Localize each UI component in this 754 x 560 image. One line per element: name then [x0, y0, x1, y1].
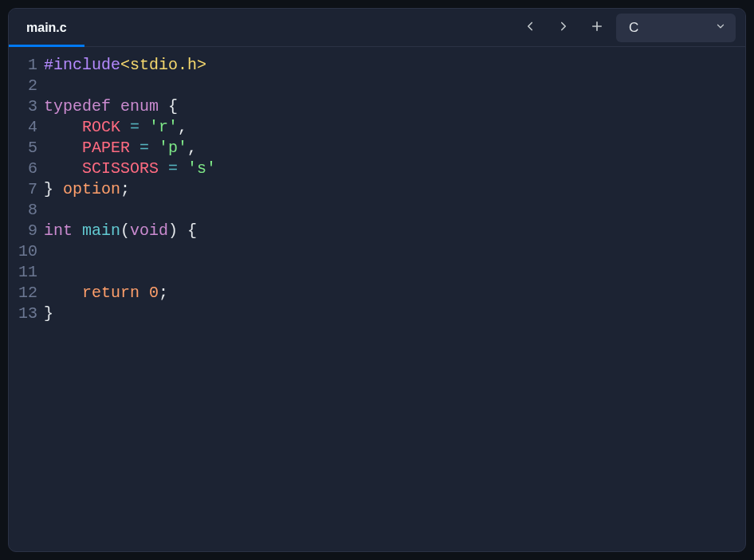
line-number: 13 — [9, 303, 37, 324]
line-number: 5 — [9, 138, 37, 159]
line-number: 12 — [9, 283, 37, 303]
history-forward-button[interactable] — [549, 14, 578, 42]
code-line[interactable]: int main(void) { — [44, 221, 745, 241]
code-line[interactable] — [44, 262, 745, 283]
code-token: <stdio.h> — [120, 56, 206, 74]
code-token: , — [178, 118, 187, 136]
plus-icon — [590, 19, 604, 37]
code-token — [44, 118, 82, 136]
code-token: #include — [44, 56, 120, 74]
line-number: 10 — [9, 241, 37, 262]
code-token: = — [130, 118, 149, 136]
editor-body[interactable]: 12345678910111213 #include<stdio.h> type… — [9, 47, 745, 551]
code-token: typedef — [44, 97, 120, 116]
code-line[interactable]: ROCK = 'r', — [44, 117, 745, 138]
chevron-down-icon — [715, 21, 726, 35]
file-tab-label: main.c — [26, 21, 67, 35]
file-tab[interactable]: main.c — [9, 9, 84, 46]
chevron-right-icon — [556, 19, 571, 37]
code-token: 's' — [187, 159, 216, 178]
code-token: enum — [120, 97, 168, 116]
code-area[interactable]: #include<stdio.h> typedef enum { ROCK = … — [44, 55, 745, 551]
code-token: 'p' — [159, 139, 187, 157]
code-token — [44, 139, 82, 157]
tab-spacer — [84, 9, 516, 46]
line-number: 2 — [9, 76, 37, 96]
line-number: 4 — [9, 117, 37, 138]
code-token: } — [44, 180, 63, 198]
add-tab-button[interactable] — [583, 14, 611, 42]
code-line[interactable] — [44, 76, 745, 96]
code-line[interactable]: } option; — [44, 179, 745, 200]
code-token: PAPER — [82, 139, 139, 157]
chevron-left-icon — [523, 19, 537, 37]
code-token: ; — [159, 284, 168, 302]
code-token: void — [130, 221, 168, 240]
editor-window: main.c C — [8, 8, 746, 552]
code-token — [44, 159, 82, 178]
code-token: option — [63, 180, 120, 198]
code-token: int — [44, 221, 82, 240]
code-line[interactable] — [44, 200, 745, 221]
tab-bar: main.c C — [9, 9, 745, 47]
code-token: = — [168, 159, 187, 178]
code-line[interactable]: typedef enum { — [44, 96, 745, 117]
code-token: return — [82, 284, 149, 302]
line-number-gutter: 12345678910111213 — [9, 55, 44, 551]
code-token — [44, 284, 82, 302]
code-token: main — [82, 221, 120, 240]
code-line[interactable]: return 0; — [44, 283, 745, 303]
line-number: 6 — [9, 159, 37, 179]
code-token: 'r' — [149, 118, 178, 136]
code-token: ) { — [168, 221, 197, 240]
code-line[interactable]: } — [44, 303, 745, 324]
line-number: 8 — [9, 200, 37, 221]
language-selector-label: C — [629, 20, 638, 36]
code-token: , — [187, 139, 197, 157]
line-number: 7 — [9, 179, 37, 200]
nav-controls: C — [516, 9, 745, 46]
code-token: } — [44, 304, 53, 323]
line-number: 11 — [9, 262, 37, 283]
code-line[interactable] — [44, 241, 745, 262]
code-line[interactable]: SCISSORS = 's' — [44, 159, 745, 179]
code-token: ROCK — [82, 118, 130, 136]
code-line[interactable]: #include<stdio.h> — [44, 55, 745, 76]
history-back-button[interactable] — [516, 14, 544, 42]
code-token: ; — [120, 180, 130, 198]
code-token: ( — [120, 221, 130, 240]
code-token: SCISSORS — [82, 159, 168, 178]
code-token: 0 — [149, 284, 159, 302]
line-number: 1 — [9, 55, 37, 76]
line-number: 3 — [9, 96, 37, 117]
language-selector[interactable]: C — [616, 14, 736, 42]
code-line[interactable]: PAPER = 'p', — [44, 138, 745, 159]
code-token: { — [168, 97, 178, 116]
code-token: = — [139, 139, 159, 157]
line-number: 9 — [9, 221, 37, 241]
